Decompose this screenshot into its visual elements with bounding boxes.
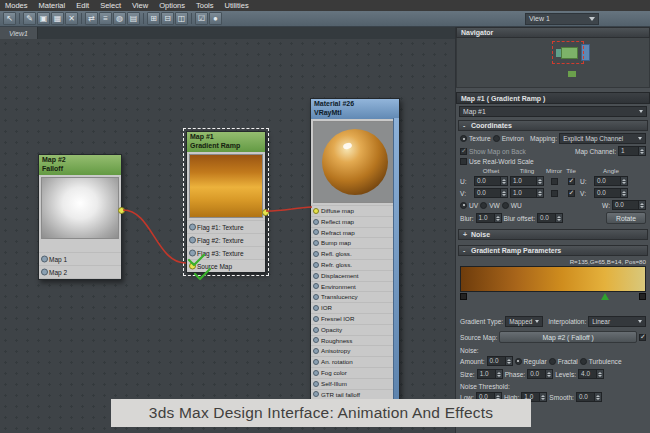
spinner-arrows-icon[interactable] (536, 189, 543, 197)
node-input-slot[interactable]: Roughness (311, 335, 399, 346)
w-angle-spinner[interactable]: 0.0 (612, 200, 646, 210)
move-children-button[interactable]: ⇄ (85, 12, 98, 25)
size-spinner[interactable]: 1.0 (477, 369, 503, 379)
node-graph-view[interactable]: View1 Map #2 Falloff Map 1Map 2 Map #1 G… (0, 27, 455, 433)
wu-radio[interactable] (502, 202, 509, 209)
node-input-slot[interactable]: IOR (311, 302, 399, 313)
layout-children-button[interactable]: ⊟ (161, 12, 174, 25)
gradient-type-dropdown[interactable]: Mapped (505, 316, 543, 327)
blur-offset-spinner[interactable]: 0.0 (537, 213, 563, 223)
node-input-slot[interactable]: Flag #1: Texture (187, 220, 265, 233)
vraymtl-node[interactable]: Material #26 VRayMtl Diffuse mapReflect … (310, 98, 400, 400)
delete-selected-button[interactable]: ✕ (65, 12, 78, 25)
rotate-button[interactable]: Rotate (606, 212, 646, 224)
node-input-slot[interactable]: Displacement (311, 270, 399, 281)
node-input-slot[interactable]: Environment (311, 281, 399, 292)
output-socket[interactable] (118, 207, 125, 214)
node-input-slot[interactable]: Refract map (311, 227, 399, 238)
node-input-slot[interactable]: Source Map (187, 259, 265, 272)
v-tile-checkbox[interactable] (568, 190, 575, 197)
interpolation-dropdown[interactable]: Linear (588, 316, 646, 327)
texture-radio[interactable] (460, 135, 467, 142)
menu-item[interactable]: View (132, 1, 148, 10)
falloff-preview[interactable] (41, 177, 119, 239)
amount-spinner[interactable]: 0.0 (487, 356, 513, 366)
ramp-flag-end[interactable] (639, 293, 646, 300)
show-background-button[interactable]: ▤ (127, 12, 140, 25)
v-tiling-spinner[interactable]: 1.0 (510, 188, 544, 198)
gradient-ramp-bar[interactable] (460, 266, 646, 292)
show-map-on-back-checkbox[interactable] (460, 148, 467, 155)
material-map-navigator-button[interactable]: ◫ (175, 12, 188, 25)
u-angle-spinner[interactable]: 0.0 (594, 176, 628, 186)
levels-spinner[interactable]: 4.0 (578, 369, 604, 379)
show-shaded-material-button[interactable]: ◍ (113, 12, 126, 25)
turbulence-radio[interactable] (580, 358, 587, 365)
vray-node-header[interactable]: Material #26 VRayMtl (311, 99, 399, 119)
menu-item[interactable]: Edit (76, 1, 89, 10)
menu-item[interactable]: Options (159, 1, 185, 10)
rollout-coordinates[interactable]: - Coordinates (458, 120, 648, 131)
spinner-arrows-icon[interactable] (555, 214, 562, 222)
node-input-slot[interactable]: Self-Illum (311, 378, 399, 389)
navigator-thumbnail[interactable] (456, 38, 650, 88)
spinner-arrows-icon[interactable] (545, 370, 552, 378)
node-input-slot[interactable]: Translucency (311, 291, 399, 302)
spinner-arrows-icon[interactable] (500, 177, 507, 185)
v-angle-spinner[interactable]: 0.0 (594, 188, 628, 198)
node-input-slot[interactable]: Flag #3: Texture (187, 246, 265, 259)
spinner-arrows-icon[interactable] (596, 370, 603, 378)
tab-view1[interactable]: View1 (0, 27, 38, 39)
spinner-arrows-icon[interactable] (539, 393, 546, 401)
rollout-gradient-ramp-parameters[interactable]: - Gradient Ramp Parameters (458, 245, 648, 256)
layout-all-button[interactable]: ⊞ (147, 12, 160, 25)
navigator-header[interactable]: Navigator (456, 27, 650, 38)
spinner-arrows-icon[interactable] (594, 393, 601, 401)
u-tiling-spinner[interactable]: 1.0 (510, 176, 544, 186)
spinner-arrows-icon[interactable] (494, 214, 501, 222)
use-real-world-scale-checkbox[interactable] (460, 158, 467, 165)
node-input-slot[interactable]: Map 1 (39, 252, 121, 265)
spinner-arrows-icon[interactable] (536, 177, 543, 185)
gradient-ramp-widget[interactable] (460, 266, 646, 300)
node-input-slot[interactable]: An. rotation (311, 356, 399, 367)
u-tile-checkbox[interactable] (568, 178, 575, 185)
ramp-flag-start[interactable] (460, 293, 467, 300)
mapping-dropdown[interactable]: Explicit Map Channel (559, 133, 646, 144)
spinner-arrows-icon[interactable] (638, 201, 645, 209)
navigator-view-rect[interactable] (552, 41, 584, 64)
view-select-dropdown[interactable]: View 1 (525, 13, 599, 25)
node-input-slot[interactable]: Refr. gloss. (311, 259, 399, 270)
hide-unused-nodeslots-button[interactable]: ≡ (99, 12, 112, 25)
node-input-slot[interactable]: Map 2 (39, 265, 121, 278)
select-tool-button[interactable]: ↖ (3, 12, 16, 25)
gradient-ramp-node[interactable]: Map #1 Gradient Ramp Flag #1: TextureFla… (186, 131, 266, 273)
u-offset-spinner[interactable]: 0.0 (474, 176, 508, 186)
select-by-material-button[interactable]: ☑ (195, 12, 208, 25)
map-selector-dropdown[interactable]: Map #1 (459, 106, 647, 117)
node-input-slot[interactable]: GTR tail falloff (311, 389, 399, 400)
show-map-in-viewport-button[interactable]: ▦ (51, 12, 64, 25)
smooth-spinner[interactable]: 0.0 (576, 392, 602, 402)
node-input-slot[interactable]: Fog color (311, 367, 399, 378)
source-map-enable-checkbox[interactable] (639, 334, 646, 341)
v-mirror-checkbox[interactable] (551, 190, 558, 197)
menu-item[interactable]: Utilities (225, 1, 249, 10)
pick-material-button[interactable]: ✎ (23, 12, 36, 25)
menu-item[interactable]: Modes (5, 1, 28, 10)
node-input-slot[interactable]: Reflect map (311, 216, 399, 227)
menu-item[interactable]: Select (100, 1, 121, 10)
gradient-node-header[interactable]: Map #1 Gradient Ramp (187, 132, 265, 152)
u-mirror-checkbox[interactable] (551, 178, 558, 185)
uv-radio[interactable] (460, 202, 467, 209)
node-input-slot[interactable]: Bump map (311, 237, 399, 248)
node-input-slot[interactable]: Flag #2: Texture (187, 233, 265, 246)
menu-item[interactable]: Tools (196, 1, 214, 10)
blur-spinner[interactable]: 1.0 (476, 213, 502, 223)
menu-item[interactable]: Material (39, 1, 66, 10)
v-offset-spinner[interactable]: 0.0 (474, 188, 508, 198)
rollout-noise[interactable]: + Noise (458, 229, 648, 240)
node-input-slot[interactable]: Opacity (311, 324, 399, 335)
map-channel-spinner[interactable]: 1 (618, 146, 646, 156)
node-input-slot[interactable]: Refl. gloss. (311, 248, 399, 259)
